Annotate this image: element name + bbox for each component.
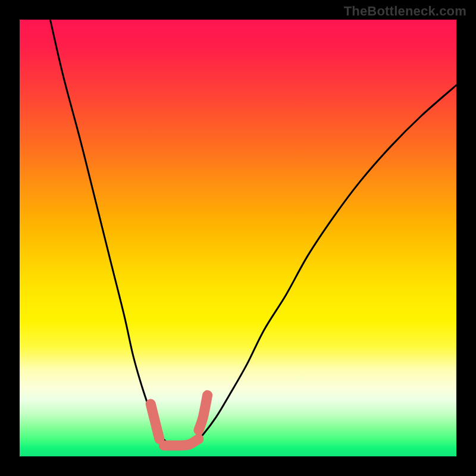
- plot-area: [20, 20, 456, 456]
- bottleneck-marker-valley: [164, 439, 199, 446]
- bottleneck-marker-left: [151, 404, 159, 439]
- curves-layer: [20, 20, 456, 456]
- chart-frame: TheBottleneck.com: [0, 0, 476, 476]
- right-curve: [186, 85, 456, 447]
- left-curve: [50, 20, 177, 447]
- bottleneck-marker-right: [199, 395, 208, 430]
- watermark-text: TheBottleneck.com: [344, 4, 466, 19]
